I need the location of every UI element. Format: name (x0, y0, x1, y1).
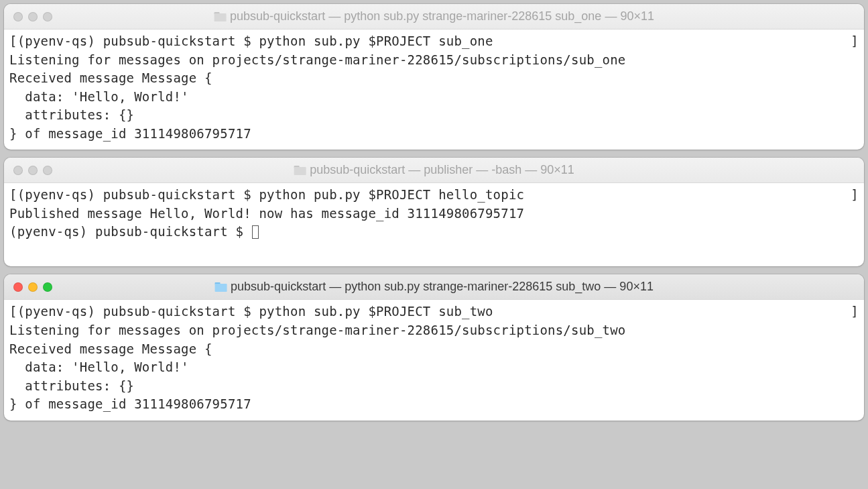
bracket-open: [ (9, 303, 17, 321)
terminal-output-line: attributes: {} (9, 377, 859, 396)
window-title: pubsub-quickstart — publisher — -bash — … (310, 163, 574, 177)
terminal-output-line: attributes: {} (9, 106, 859, 125)
bracket-close: ] (851, 32, 859, 51)
maximize-button[interactable] (43, 166, 52, 175)
prompt-line: (pyenv-qs) pubsub-quickstart $ python su… (17, 303, 851, 321)
folder-icon (294, 166, 306, 175)
terminal-output-line: Listening for messages on projects/stran… (9, 51, 859, 70)
terminal-output-line: data: 'Hello, World!' (9, 358, 859, 377)
terminal-output-line: Received message Message { (9, 69, 859, 88)
bracket-open: [ (9, 32, 17, 51)
traffic-lights (13, 12, 52, 21)
terminal-output-line: } of message_id 311149806795717 (9, 125, 859, 144)
minimize-button[interactable] (28, 166, 38, 175)
title-center: pubsub-quickstart — python sub.py strang… (214, 9, 654, 23)
terminal-window[interactable]: pubsub-quickstart — python sub.py strang… (4, 274, 864, 420)
prompt-line: (pyenv-qs) pubsub-quickstart $ python pu… (17, 186, 851, 205)
window-title: pubsub-quickstart — python sub.py strang… (230, 9, 654, 23)
window-title: pubsub-quickstart — python sub.py strang… (231, 280, 654, 294)
prompt-line: (pyenv-qs) pubsub-quickstart $ python su… (17, 32, 851, 51)
window-titlebar[interactable]: pubsub-quickstart — python sub.py strang… (4, 274, 864, 300)
terminal-line: [(pyenv-qs) pubsub-quickstart $ python p… (9, 186, 859, 205)
cursor-icon (252, 225, 259, 239)
maximize-button[interactable] (43, 282, 52, 292)
window-titlebar[interactable]: pubsub-quickstart — python sub.py strang… (4, 4, 864, 30)
traffic-lights (13, 166, 52, 175)
blank-line (9, 241, 859, 260)
close-button[interactable] (13, 12, 23, 21)
maximize-button[interactable] (43, 12, 52, 21)
terminal-output-line: } of message_id 311149806795717 (9, 395, 859, 414)
terminal-window[interactable]: pubsub-quickstart — python sub.py strang… (4, 4, 864, 150)
folder-icon (214, 282, 227, 292)
close-button[interactable] (13, 166, 23, 175)
terminal-body[interactable]: [(pyenv-qs) pubsub-quickstart $ python p… (4, 183, 864, 266)
bracket-open: [ (9, 186, 17, 205)
terminal-output-line: Listening for messages on projects/stran… (9, 321, 859, 340)
terminal-prompt-line: (pyenv-qs) pubsub-quickstart $ (9, 223, 859, 241)
terminal-output-line: Received message Message { (9, 340, 859, 359)
minimize-button[interactable] (28, 282, 38, 292)
terminal-line: [(pyenv-qs) pubsub-quickstart $ python s… (9, 303, 859, 321)
terminal-window[interactable]: pubsub-quickstart — publisher — -bash — … (4, 158, 864, 266)
terminal-output-line: data: 'Hello, World!' (9, 88, 859, 107)
traffic-lights (13, 282, 52, 292)
prompt-text: (pyenv-qs) pubsub-quickstart $ (9, 224, 251, 239)
title-center: pubsub-quickstart — python sub.py strang… (214, 280, 654, 294)
terminal-body[interactable]: [(pyenv-qs) pubsub-quickstart $ python s… (4, 30, 864, 150)
terminal-output-line: Published message Hello, World! now has … (9, 205, 859, 223)
terminal-line: [(pyenv-qs) pubsub-quickstart $ python s… (9, 32, 859, 51)
bracket-close: ] (851, 303, 859, 321)
folder-icon (214, 12, 226, 21)
window-titlebar[interactable]: pubsub-quickstart — publisher — -bash — … (4, 158, 864, 183)
terminal-body[interactable]: [(pyenv-qs) pubsub-quickstart $ python s… (4, 300, 864, 420)
title-center: pubsub-quickstart — publisher — -bash — … (294, 163, 574, 177)
close-button[interactable] (13, 282, 23, 292)
bracket-close: ] (851, 186, 859, 205)
minimize-button[interactable] (28, 12, 38, 21)
